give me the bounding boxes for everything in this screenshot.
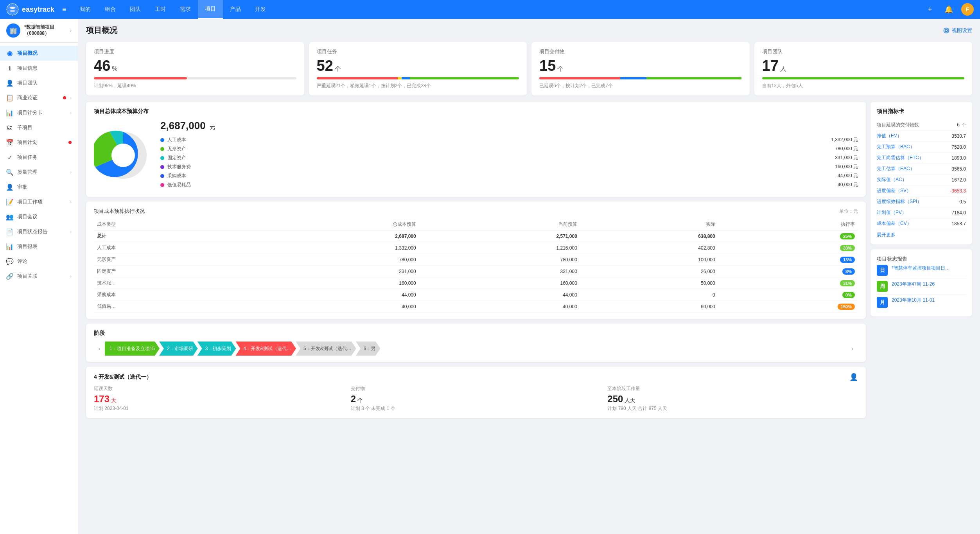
progress-desc: 计划95%，延误49% xyxy=(94,83,296,89)
nav-item-hours[interactable]: 工时 xyxy=(148,0,173,19)
kpi-label-cv[interactable]: 成本偏差（CV） xyxy=(877,220,912,227)
sidebar-item-plan[interactable]: 📅 项目计划 xyxy=(0,135,78,150)
sidebar-item-task[interactable]: ✓ 项目任务 xyxy=(0,150,78,165)
kpi-label-eac[interactable]: 完工估算（EAC） xyxy=(877,165,915,172)
table-row: 采购成本 44,000 44,000 0 0% xyxy=(94,289,858,301)
stage-item-5[interactable]: 5：开发&测试（迭代… xyxy=(296,342,356,356)
bell-icon[interactable]: 🔔 xyxy=(942,3,955,16)
col-actual: 实际 xyxy=(580,219,718,230)
sidebar-item-overview[interactable]: ◉ 项目概况 xyxy=(0,46,78,61)
deliverables-desc: 已延误6个，按计划2个，已完成7个 xyxy=(539,83,742,89)
sidebar-item-report[interactable]: 📊 项目报表 xyxy=(0,239,78,254)
sidebar-item-comment[interactable]: 💬 评论 xyxy=(0,254,78,269)
kpi-label-ev[interactable]: 挣值（EV） xyxy=(877,133,902,139)
stage-navigation: ‹ 1：项目准备及立项15 2：市场调研 3：初步策划 4：开发&测试（迭代… … xyxy=(94,342,858,356)
kpi-label-delay: 项目延误的交付物数 xyxy=(877,122,919,128)
nav-item-team[interactable]: 团队 xyxy=(123,0,148,19)
sidebar-item-business[interactable]: 📋 商业论证 › xyxy=(0,90,78,105)
svg-point-0 xyxy=(7,4,18,15)
view-settings-button[interactable]: 视图设置 xyxy=(943,27,972,34)
sidebar-header[interactable]: 🏢 *数据智能项目（000088） › xyxy=(0,19,78,43)
sidebar-item-projectteam[interactable]: 👤 项目团队 xyxy=(0,76,78,90)
kpi-label-sv[interactable]: 进度偏差（SV） xyxy=(877,187,911,194)
avatar[interactable]: F xyxy=(961,3,974,16)
quality-icon: 🔍 xyxy=(6,169,13,176)
business-icon: 📋 xyxy=(6,94,13,101)
stage-item-1[interactable]: 1：项目准备及立项15 xyxy=(105,342,160,356)
kpi-label-spi[interactable]: 进度绩效指标（SPI） xyxy=(877,198,922,205)
kpi-value-delay: 6 xyxy=(957,122,960,128)
kpi-row-ac: 实际值（AC） 1672.0 xyxy=(877,174,966,185)
team-value: 17人 xyxy=(762,58,965,73)
budget-distribution-card: 项目总体成本预算分布 xyxy=(86,102,866,197)
table-row: 人工成本 1,332,000 1,216,000 402,800 33% xyxy=(94,242,858,254)
tasks-value: 52个 xyxy=(317,58,519,73)
legend-item-purchase: 采购成本 44,000 元 xyxy=(160,173,858,179)
legend-item-fixed: 固定资产 331,000 元 xyxy=(160,155,858,161)
kpi-row-sv: 进度偏差（SV） -3653.3 xyxy=(877,185,966,196)
status-item-monthly[interactable]: 月 2023年第10月 11-01 xyxy=(877,295,966,310)
nav-item-demand[interactable]: 需求 xyxy=(173,0,198,19)
middle-row: 项目总体成本预算分布 xyxy=(86,102,972,418)
progress-bar-team xyxy=(762,77,965,79)
nav-item-project[interactable]: 项目 xyxy=(198,0,223,19)
menu-icon[interactable]: ≡ xyxy=(62,5,66,14)
stage-workload-item: 至本阶段工作量 250人天 计划 790 人天 合计 875 人天 xyxy=(607,385,858,412)
workitem-icon: 📝 xyxy=(6,198,13,205)
stage-item-6[interactable]: 6：另 xyxy=(356,342,381,356)
sidebar-label-business: 商业论证 xyxy=(17,94,59,101)
sidebar-label-subproject: 子项目 xyxy=(17,124,72,131)
sidebar-item-quality[interactable]: 🔍 质量管理 › xyxy=(0,165,78,180)
logo[interactable]: easytrack xyxy=(6,3,54,16)
progress-bar-tasks xyxy=(317,77,519,79)
sidebar-label-scorecard: 项目计分卡 xyxy=(17,109,66,116)
deliverables-bar-red xyxy=(539,77,620,79)
sidebar-item-meeting[interactable]: 👥 项目会议 xyxy=(0,209,78,224)
budget-unit-label: 单位：元 xyxy=(839,208,858,215)
row-type-total: 总计 xyxy=(94,230,242,242)
kpi-value-etc: 1893.0 xyxy=(951,155,966,161)
status-item-daily[interactable]: 日 *智慧停车监控项目项目日… xyxy=(877,263,966,279)
stage-item-4[interactable]: 4：开发&测试（迭代… xyxy=(235,342,296,356)
sidebar-label-approval: 审批 xyxy=(17,183,72,191)
stat-card-team: 项目团队 17人 自有12人，外包5人 xyxy=(754,42,973,95)
sidebar-item-subproject[interactable]: 🗂 子项目 xyxy=(0,120,78,135)
statusreport-icon: 📄 xyxy=(6,228,13,235)
sidebar-item-approval[interactable]: 👤 审批 xyxy=(0,180,78,194)
row-type-tech: 技术服… xyxy=(94,277,242,289)
nav-item-dev[interactable]: 开发 xyxy=(248,0,273,19)
nav-item-portfolio[interactable]: 组合 xyxy=(98,0,123,19)
nav-item-my[interactable]: 我的 xyxy=(73,0,98,19)
daily-badge-icon: 日 xyxy=(877,265,888,276)
sidebar-item-statusreport[interactable]: 📄 项目状态报告 › xyxy=(0,224,78,239)
add-button[interactable]: + xyxy=(924,3,936,16)
kpi-row-eac: 完工估算（EAC） 3565.0 xyxy=(877,164,966,174)
sidebar-item-related[interactable]: 🔗 项目关联 › xyxy=(0,269,78,284)
budget-legend: 2,687,000 元 人工成本 1,332,000 元 无形资产 780,00… xyxy=(160,120,858,191)
row-type-fixed: 固定资产 xyxy=(94,266,242,277)
nav-item-product[interactable]: 产品 xyxy=(223,0,248,19)
team-card-title: 项目团队 xyxy=(762,48,965,55)
kpi-label-bac[interactable]: 完工预算（BAC） xyxy=(877,144,915,150)
stage-item-2[interactable]: 2：市场调研 xyxy=(159,342,198,356)
status-item-weekly[interactable]: 周 2023年第47周 11-26 xyxy=(877,279,966,295)
stage-item-3[interactable]: 3：初步策划 xyxy=(197,342,236,356)
kpi-label-pv[interactable]: 计划值（PV） xyxy=(877,209,906,216)
kpi-label-etc[interactable]: 完工尚需估算（ETC） xyxy=(877,155,924,161)
sidebar-item-scorecard[interactable]: 📊 项目计分卡 › xyxy=(0,105,78,120)
stage-detail-header: 4 开发&测试（迭代一） 👤 xyxy=(94,373,858,381)
expand-more-button[interactable]: 展开更多 xyxy=(877,229,896,238)
sidebar-item-info[interactable]: ℹ 项目信息 xyxy=(0,61,78,76)
team-bar-fill xyxy=(762,77,965,79)
legend-dot-purchase xyxy=(160,174,164,178)
budget-total: 2,687,000 元 xyxy=(160,120,858,132)
kpi-label-ac[interactable]: 实际值（AC） xyxy=(877,176,907,183)
row-type-consumable: 低值易… xyxy=(94,301,242,313)
col-type: 成本类型 xyxy=(94,219,242,230)
meeting-icon: 👥 xyxy=(6,213,13,220)
sidebar-item-workitem[interactable]: 📝 项目工作项 › xyxy=(0,194,78,209)
deliverable-label: 交付物 xyxy=(351,385,601,392)
row-type-intangible: 无形资产 xyxy=(94,254,242,266)
stage-prev-button[interactable]: ‹ xyxy=(94,342,105,356)
stage-next-button[interactable]: › xyxy=(847,342,858,356)
